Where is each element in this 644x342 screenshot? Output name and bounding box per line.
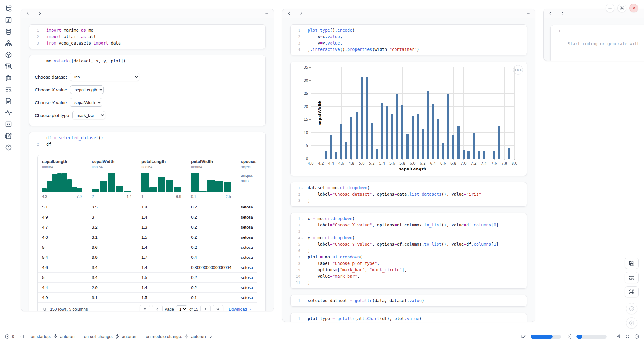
close-button[interactable] (629, 4, 638, 12)
code-editor[interactable]: 1mo.vstack([dataset, x, y, plot]) (29, 55, 265, 67)
column-prev-button[interactable] (26, 11, 30, 16)
column-next-button[interactable] (38, 11, 42, 16)
function-square-icon[interactable] (3, 16, 14, 24)
dropdown-select[interactable]: sepalWidth (70, 98, 102, 107)
bot-message-icon[interactable] (3, 74, 14, 82)
keyboard-shortcuts-button[interactable] (625, 286, 639, 297)
chart-bar (356, 112, 358, 159)
runtime-config-item[interactable]: on startup:autorun (31, 334, 75, 339)
chart-x-axis-label: sepalLength (311, 167, 514, 171)
scroll-text-icon[interactable] (3, 63, 14, 70)
table-row[interactable]: 4.42.91.40.2setosa (38, 282, 257, 292)
scratchpad-editor[interactable]: 1 Start coding or generate with (551, 25, 644, 61)
text-search-icon[interactable] (3, 86, 14, 93)
code-editor[interactable]: 12df = selected_dataset()df (29, 132, 265, 150)
search-icon[interactable] (42, 307, 47, 311)
add-cell-button[interactable] (265, 11, 269, 16)
first-page-button[interactable] (140, 305, 150, 311)
table-column-header[interactable]: sepalLengthfloat644.37.9 (42, 159, 92, 199)
code-editor[interactable]: 1⌄23dataset = mo.ui.dropdown( label="Cho… (291, 182, 527, 206)
code-editor[interactable]: 1⌄234⌄567⌄891011x = mo.ui.dropdown( labe… (291, 213, 527, 288)
table-column-header[interactable]: petalLengthfloat6416.9 (141, 159, 191, 199)
copilot-icon[interactable] (625, 334, 630, 339)
box-icon[interactable] (3, 51, 14, 59)
code-editor[interactable]: 1selected_dataset = getattr(data, datase… (291, 295, 527, 306)
chart-output: ●●● sepalWidth 4.04.24.44.64.85.05.25.45… (290, 62, 527, 176)
fold-chevron-icon[interactable]: ⌄ (301, 254, 303, 261)
file-text-icon[interactable] (3, 98, 14, 105)
fold-chevron-icon[interactable]: ⌄ (301, 185, 303, 191)
y-axis-tick: 0 (306, 157, 311, 161)
table-column-header[interactable]: speciesobjectunique:nulls: (241, 159, 257, 199)
menu-button[interactable] (606, 4, 614, 12)
line-numbers: 1⌄234 (291, 27, 303, 53)
table-column-header[interactable]: petalWidthfloat640.12.5 (191, 159, 241, 199)
runtime-config-item[interactable]: on module change:autorun (146, 334, 212, 339)
config-value: autorun (122, 334, 136, 339)
stop-button[interactable] (626, 303, 637, 314)
dropdown-select[interactable]: sepalLength (70, 85, 104, 94)
activity-icon[interactable] (3, 109, 14, 116)
dropdown-select[interactable]: mark_bar (72, 111, 105, 119)
code-content: import marimo as moimport altair as altf… (42, 27, 121, 46)
errors-indicator[interactable]: 0 (5, 334, 14, 339)
page-select[interactable]: 1 (176, 305, 187, 311)
folder-tree-icon[interactable] (3, 5, 14, 12)
x-axis-tick: 8.0 (511, 159, 517, 166)
add-cell-button[interactable] (526, 11, 530, 16)
column-prev-button[interactable] (287, 11, 291, 16)
ai-sparkles-icon[interactable] (616, 334, 621, 339)
y-axis-tick: 35 (304, 65, 311, 69)
runtime-config-item[interactable]: on cell change:autorun (84, 334, 136, 339)
table-row[interactable]: 4.63.11.50.2setosa (38, 232, 257, 242)
line-numbers: 1⌄23 (291, 185, 303, 204)
column-next-button[interactable] (299, 11, 303, 16)
code-editor[interactable]: 1plot_type = getattr(alt.Chart(df), plot… (291, 313, 527, 322)
chart-bar (442, 143, 444, 159)
download-label: Download (229, 307, 247, 311)
square-code-icon[interactable] (3, 121, 14, 128)
chart-bar (457, 126, 460, 159)
bar-chart[interactable]: 4.04.24.44.64.85.05.25.45.65.86.06.26.46… (311, 67, 514, 159)
prev-page-button[interactable] (152, 305, 163, 311)
fold-chevron-icon[interactable]: ⌄ (301, 27, 303, 34)
table-row[interactable]: 4.931.40.2setosa (38, 212, 257, 222)
run-button[interactable] (626, 317, 637, 329)
fold-chevron-icon[interactable]: ⌄ (301, 235, 303, 241)
left-icon-rail (0, 0, 17, 331)
table-row[interactable]: 53.61.40.2setosa (38, 242, 257, 252)
connection-status-icon[interactable] (634, 334, 639, 339)
network-icon[interactable] (3, 40, 14, 47)
fold-chevron-icon[interactable]: ⌄ (301, 216, 303, 222)
layout-button[interactable] (625, 272, 639, 283)
cell-df: 12df = selected_dataset()df sepalLengthf… (29, 132, 266, 311)
table-row[interactable]: 5.13.51.40.2setosa (38, 202, 257, 212)
code-editor[interactable]: 123import marimo as moimport altair as a… (29, 25, 265, 49)
table-column-header[interactable]: sepalWidthfloat6424.4 (92, 159, 141, 199)
generate-link[interactable]: generate (607, 41, 627, 46)
terminal-icon[interactable] (19, 334, 24, 339)
save-button[interactable] (625, 258, 639, 269)
form-row: Choose datasetiris (35, 73, 260, 81)
database-icon[interactable] (3, 28, 14, 35)
next-page-button[interactable] (200, 305, 211, 311)
download-button[interactable]: Download (229, 307, 252, 311)
chart-bar (371, 123, 373, 159)
message-question-icon[interactable] (3, 144, 14, 151)
table-row[interactable]: 5.43.91.70.4setosa (38, 252, 257, 262)
panel-prev-button[interactable] (548, 11, 553, 16)
table-row[interactable]: 53.41.50.2setosa (38, 272, 257, 282)
table-row[interactable]: 4.73.21.30.2setosa (38, 222, 257, 232)
code-editor[interactable]: 1⌄234plot_type().encode( x=x.value, y=y.… (291, 25, 527, 55)
dropdown-select[interactable]: iris (70, 73, 139, 81)
table-row[interactable]: 4.63.41.40.3000000000000004setosa (38, 262, 257, 272)
settings-button[interactable] (617, 4, 626, 12)
panel-next-button[interactable] (560, 11, 565, 16)
table-row[interactable]: 4.93.11.50.1setosa (38, 292, 257, 302)
form-row: Choose plot typemark_bar (35, 111, 260, 119)
last-page-button[interactable] (213, 305, 223, 311)
status-bar: 0 on startup:autorunon cell change:autor… (0, 331, 644, 342)
x-axis-tick: 5.0 (359, 159, 364, 166)
notebook-pen-icon[interactable] (3, 132, 14, 140)
line-numbers: 1 (291, 297, 303, 304)
